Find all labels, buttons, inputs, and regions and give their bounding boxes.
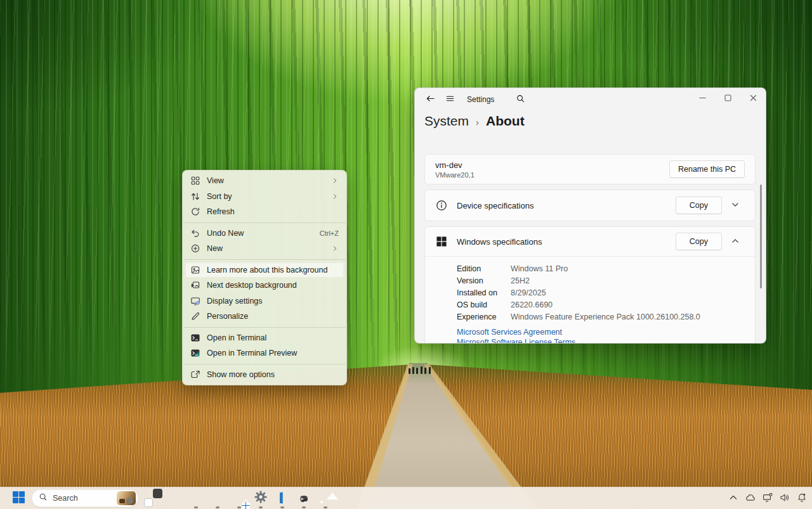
volume-icon[interactable] bbox=[780, 493, 790, 505]
device-specs-copy-button[interactable]: Copy bbox=[676, 197, 722, 214]
menu-item-undo-new[interactable]: Undo NewCtrl+Z bbox=[185, 226, 344, 242]
spec-label: Edition bbox=[457, 263, 511, 275]
task-view-button[interactable] bbox=[143, 487, 162, 509]
settings-button[interactable] bbox=[251, 487, 270, 509]
chevron-right-icon bbox=[331, 177, 339, 184]
menu-item-label: Learn more about this background bbox=[207, 266, 339, 274]
maximize-icon bbox=[724, 93, 732, 105]
spec-row-version: Version25H2 bbox=[457, 275, 745, 287]
cloud-icon bbox=[745, 493, 756, 505]
windows-specs-header[interactable]: Windows specifications Copy bbox=[425, 227, 755, 256]
settings-search-button[interactable] bbox=[512, 91, 528, 108]
spec-value: Windows Feature Experience Pack 1000.261… bbox=[511, 311, 700, 323]
minimize-icon bbox=[698, 93, 707, 105]
hamburger-menu-icon bbox=[445, 94, 455, 106]
menu-item-refresh[interactable]: Refresh bbox=[185, 204, 344, 220]
search-placeholder: Search bbox=[53, 494, 117, 503]
onedrive-icon[interactable] bbox=[745, 493, 756, 505]
menu-item-learn-more-about-this-background[interactable]: Learn more about this background bbox=[185, 262, 344, 278]
rename-pc-button[interactable]: Rename this PC bbox=[669, 160, 745, 178]
spec-row-os-build: OS build26220.6690 bbox=[457, 299, 745, 311]
back-button[interactable] bbox=[422, 91, 438, 108]
menu-item-view[interactable]: View bbox=[185, 173, 344, 189]
chevron-down-icon bbox=[731, 200, 739, 211]
settings-titlebar: Settings bbox=[415, 88, 766, 111]
menu-item-next-desktop-background[interactable]: Next desktop background bbox=[185, 278, 344, 293]
close-button[interactable] bbox=[740, 88, 766, 110]
chevron-up-icon bbox=[728, 493, 738, 505]
device-name: vm-dev bbox=[435, 160, 475, 170]
view-grid-icon bbox=[190, 176, 200, 186]
menu-item-label: New bbox=[207, 244, 326, 253]
spec-label: Version bbox=[457, 275, 511, 287]
desktop-context-menu: ViewSort byRefreshUndo NewCtrl+ZNewLearn… bbox=[182, 170, 347, 385]
running-indicator bbox=[259, 506, 263, 508]
minimize-button[interactable] bbox=[690, 88, 715, 110]
menu-item-personalize[interactable]: Personalize bbox=[185, 309, 344, 325]
running-indicator bbox=[216, 506, 219, 508]
bell-icon bbox=[797, 493, 807, 505]
chevron-right-icon bbox=[331, 193, 339, 200]
menu-item-label: Display settings bbox=[207, 297, 339, 306]
menu-item-label: Personalize bbox=[207, 312, 339, 321]
running-indicator bbox=[194, 506, 198, 508]
chevron-up-icon bbox=[731, 236, 739, 247]
device-specs-expand-button[interactable] bbox=[726, 196, 745, 215]
maximize-button[interactable] bbox=[715, 88, 740, 110]
wallpaper-people bbox=[407, 361, 435, 374]
terminal-app-icon: >_ bbox=[300, 492, 308, 505]
spec-value: Windows 11 Pro bbox=[511, 263, 568, 275]
device-model: VMware20,1 bbox=[435, 171, 475, 179]
menu-item-label: Open in Terminal Preview bbox=[207, 349, 339, 358]
sort-icon bbox=[190, 191, 200, 202]
taskbar-search-box[interactable]: Search bbox=[32, 489, 138, 507]
device-name-card: vm-dev VMware20,1 Rename this PC bbox=[424, 154, 756, 184]
hidden-icons-button[interactable] bbox=[728, 493, 738, 505]
windows-start-icon bbox=[12, 491, 25, 506]
network-icon[interactable] bbox=[763, 493, 773, 505]
menu-item-label: Sort by bbox=[207, 192, 326, 201]
search-icon bbox=[516, 94, 525, 106]
menu-item-open-in-terminal-preview[interactable]: Open in Terminal Preview bbox=[185, 345, 344, 361]
file-explorer-button[interactable] bbox=[187, 487, 206, 509]
menu-item-new[interactable]: New bbox=[185, 241, 344, 257]
windows-specs-collapse-button[interactable] bbox=[726, 232, 745, 251]
back-arrow-icon bbox=[426, 94, 435, 106]
copilot-button[interactable] bbox=[165, 487, 184, 509]
new-plus-icon bbox=[190, 243, 200, 254]
settings-gear-icon bbox=[254, 490, 268, 506]
menu-item-label: Next desktop background bbox=[207, 281, 339, 290]
notifications-icon[interactable] bbox=[797, 493, 807, 505]
notepad-button[interactable] bbox=[273, 487, 292, 509]
menu-separator bbox=[183, 259, 346, 260]
spec-label: OS build bbox=[457, 299, 511, 311]
menu-item-sort-by[interactable]: Sort by bbox=[185, 189, 344, 205]
photos-button[interactable] bbox=[316, 487, 335, 509]
running-indicator bbox=[237, 506, 241, 508]
page-title: About bbox=[486, 113, 525, 129]
link-microsoft-software-license-terms[interactable]: Microsoft Software License Terms bbox=[457, 337, 745, 344]
windows-specs-copy-button[interactable]: Copy bbox=[676, 233, 722, 250]
menu-item-display-settings[interactable]: Display settings bbox=[185, 293, 344, 309]
navigation-menu-button[interactable] bbox=[442, 91, 458, 108]
terminal-button[interactable]: >_ bbox=[294, 487, 313, 509]
menu-item-open-in-terminal[interactable]: Open in Terminal bbox=[185, 330, 344, 346]
link-microsoft-services-agreement[interactable]: Microsoft Services Agreement bbox=[457, 327, 745, 337]
close-icon bbox=[749, 93, 757, 105]
notepad-icon bbox=[282, 493, 283, 504]
menu-item-show-more-options[interactable]: Show more options bbox=[185, 367, 344, 383]
windows-specifications-card: Windows specifications Copy EditionWindo… bbox=[424, 226, 756, 344]
device-specifications-card[interactable]: Device specifications Copy bbox=[424, 190, 756, 221]
undo-icon bbox=[190, 228, 200, 238]
breadcrumb-system[interactable]: System bbox=[424, 113, 469, 129]
edge-button[interactable] bbox=[208, 487, 227, 509]
image-icon bbox=[190, 265, 200, 275]
settings-scrollbar[interactable] bbox=[760, 184, 762, 288]
start-button[interactable] bbox=[9, 487, 28, 509]
settings-window: Settings System › About vm-dev VMware20,… bbox=[414, 87, 766, 344]
taskbar: Search >_ bbox=[0, 487, 812, 509]
microsoft-store-button[interactable] bbox=[230, 487, 249, 509]
window-controls bbox=[690, 88, 766, 110]
search-highlight-thumbnail[interactable] bbox=[117, 491, 136, 505]
info-circle-icon bbox=[435, 199, 448, 212]
